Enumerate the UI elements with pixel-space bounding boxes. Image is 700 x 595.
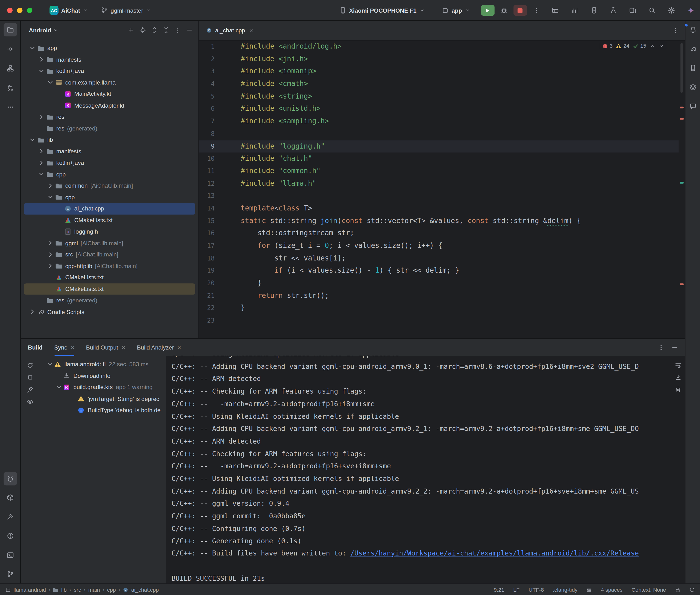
gemini-button[interactable] bbox=[685, 4, 697, 16]
tree-item-lib[interactable]: lib bbox=[24, 134, 195, 145]
close-tab-icon[interactable]: × bbox=[71, 344, 74, 350]
build-button[interactable] bbox=[3, 510, 17, 523]
code-line-9[interactable]: 9#include "logging.h" bbox=[199, 140, 678, 152]
more-tool-windows-button[interactable] bbox=[3, 100, 17, 114]
chevron-right-icon[interactable] bbox=[47, 239, 55, 247]
chevron-right-icon[interactable] bbox=[37, 159, 46, 166]
inspections-status-icon[interactable] bbox=[690, 587, 695, 592]
info-stripe-mark[interactable] bbox=[680, 182, 683, 183]
chevron-right-icon[interactable] bbox=[47, 251, 55, 258]
run-config-selector[interactable]: app bbox=[439, 5, 473, 16]
chevron-right-icon[interactable] bbox=[47, 262, 55, 270]
structure-button[interactable] bbox=[3, 62, 17, 75]
code-line-2[interactable]: 2#include <jni.h> bbox=[199, 53, 678, 65]
code-line-17[interactable]: 17 for (size_t i = 0; i < values.size();… bbox=[199, 240, 678, 252]
tree-item-ai-chat-cpp[interactable]: Cai_chat.cpp bbox=[24, 203, 195, 214]
tree-item-gradle-scripts[interactable]: Gradle Scripts bbox=[24, 306, 195, 318]
caret-position[interactable]: 9:21 bbox=[494, 587, 504, 593]
prev-problem-icon[interactable] bbox=[649, 43, 655, 49]
logcat-button[interactable] bbox=[3, 472, 17, 485]
breadcrumb-item[interactable]: ai_chat.cpp bbox=[131, 587, 159, 593]
tree-item-com-example-llama[interactable]: com.example.llama bbox=[24, 77, 195, 88]
code-editor[interactable]: 1#include <android/log.h>2#include <jni.… bbox=[199, 40, 678, 338]
indent-size[interactable]: 4 spaces bbox=[601, 587, 623, 593]
code-line-5[interactable]: 5#include <string> bbox=[199, 90, 678, 103]
build-panel-title[interactable]: Build bbox=[28, 344, 43, 350]
code-line-14[interactable]: 14template<class T> bbox=[199, 202, 678, 215]
app-quality-insights-button[interactable] bbox=[608, 4, 619, 16]
console-link[interactable]: /Users/hanyin/Workspace/ai-chat/examples… bbox=[351, 549, 639, 558]
locate-file-button[interactable] bbox=[137, 25, 148, 35]
tree-item-cpp[interactable]: cpp bbox=[24, 192, 195, 203]
minimize-window-button[interactable] bbox=[17, 8, 23, 13]
debug-button[interactable] bbox=[498, 4, 510, 16]
context-widget[interactable]: Context: None bbox=[632, 587, 666, 593]
project-view-selector[interactable]: Android bbox=[29, 27, 51, 33]
clear-output-button[interactable] bbox=[673, 385, 683, 395]
terminal-button[interactable] bbox=[3, 548, 17, 562]
code-line-3[interactable]: 3#include <iomanip> bbox=[199, 65, 678, 78]
scroll-to-end-button[interactable] bbox=[673, 372, 683, 382]
code-line-15[interactable]: 15static std::string join(const std::vec… bbox=[199, 215, 678, 227]
inspections-widget[interactable]: 3 24 15 bbox=[599, 41, 667, 51]
chevron-down-icon[interactable] bbox=[28, 136, 36, 143]
device-selector[interactable]: Xiaomi POCOPHONE F1 bbox=[337, 5, 427, 16]
assistant-button[interactable] bbox=[686, 100, 700, 113]
settings-button[interactable] bbox=[666, 4, 677, 16]
chevron-down-icon[interactable] bbox=[37, 67, 46, 75]
build-console[interactable]: C/C++: -- Using KleidiAI optimized kerne… bbox=[167, 356, 685, 584]
breadcrumb-item[interactable]: llama.android bbox=[13, 587, 46, 593]
soft-wrap-button[interactable] bbox=[673, 360, 683, 370]
chevron-down-icon[interactable] bbox=[46, 361, 54, 368]
project-selector[interactable]: AC AiChat bbox=[47, 4, 91, 17]
breadcrumb-item[interactable]: main bbox=[88, 587, 100, 593]
stop-sync-button[interactable] bbox=[25, 372, 35, 382]
code-line-10[interactable]: 10#include "chat.h" bbox=[199, 152, 678, 165]
more-actions-button[interactable] bbox=[530, 4, 542, 16]
error-stripe-mark[interactable] bbox=[680, 107, 683, 109]
chevron-down-icon[interactable] bbox=[47, 194, 55, 201]
device-mirroring-button[interactable] bbox=[627, 4, 639, 16]
profiler-button[interactable] bbox=[569, 4, 581, 16]
expand-all-button[interactable] bbox=[149, 25, 160, 35]
code-line-22[interactable]: 22} bbox=[199, 302, 678, 314]
branch-selector[interactable]: ggml-master bbox=[98, 5, 154, 16]
scrollbar-thumb[interactable] bbox=[680, 43, 683, 93]
code-line-11[interactable]: 11#include "common.h" bbox=[199, 165, 678, 177]
tree-item-src[interactable]: src[AiChat.lib.main] bbox=[24, 249, 195, 260]
code-line-21[interactable]: 21 return str.str(); bbox=[199, 289, 678, 302]
error-stripe-mark[interactable] bbox=[680, 118, 683, 120]
chevron-down-icon[interactable] bbox=[55, 384, 63, 391]
stop-button[interactable] bbox=[513, 5, 527, 16]
tree-item-cmakelists-txt[interactable]: CMakeLists.txt bbox=[24, 283, 195, 294]
tree-item-cmakelists-txt[interactable]: CMakeLists.txt bbox=[24, 272, 195, 283]
close-tab-icon[interactable]: × bbox=[177, 344, 181, 350]
pull-requests-button[interactable] bbox=[3, 81, 17, 94]
hide-build-panel-button[interactable] bbox=[669, 341, 680, 353]
tree-item-res[interactable]: res(generated) bbox=[24, 123, 195, 134]
tree-item-mainactivity-kt[interactable]: KMainActivity.kt bbox=[24, 88, 195, 100]
chevron-right-icon[interactable] bbox=[37, 148, 46, 155]
rerun-sync-button[interactable] bbox=[25, 360, 35, 370]
hide-panel-button[interactable] bbox=[184, 25, 195, 35]
tree-item-res[interactable]: res bbox=[24, 111, 195, 123]
tree-item-kotlin-java[interactable]: kotlin+java bbox=[24, 157, 195, 168]
tree-item-kotlin-java[interactable]: kotlin+java bbox=[24, 65, 195, 77]
code-line-13[interactable]: 13 bbox=[199, 190, 678, 202]
filter-output-button[interactable] bbox=[25, 397, 35, 407]
running-devices-button[interactable] bbox=[588, 4, 600, 16]
project-button[interactable] bbox=[3, 23, 17, 36]
close-tab-icon[interactable]: × bbox=[122, 344, 125, 350]
chevron-down-icon[interactable] bbox=[28, 45, 36, 52]
run-button[interactable] bbox=[481, 5, 495, 16]
breadcrumb-item[interactable]: src bbox=[74, 587, 81, 593]
build-tree-item[interactable]: 'jvmTarget: String' is deprec bbox=[39, 393, 167, 404]
device-manager-button[interactable] bbox=[686, 61, 700, 75]
tree-item-cmakelists-txt[interactable]: CMakeLists.txt bbox=[24, 214, 195, 226]
tree-item-cpp-httplib[interactable]: cpp-httplib[AiChat.lib.main] bbox=[24, 260, 195, 272]
tree-item-res[interactable]: res(generated) bbox=[24, 295, 195, 306]
editor-scrollbar[interactable] bbox=[678, 40, 685, 338]
resource-manager-button[interactable] bbox=[686, 80, 700, 94]
gradle-button[interactable] bbox=[686, 42, 700, 56]
pin-tab-button[interactable] bbox=[25, 385, 35, 395]
